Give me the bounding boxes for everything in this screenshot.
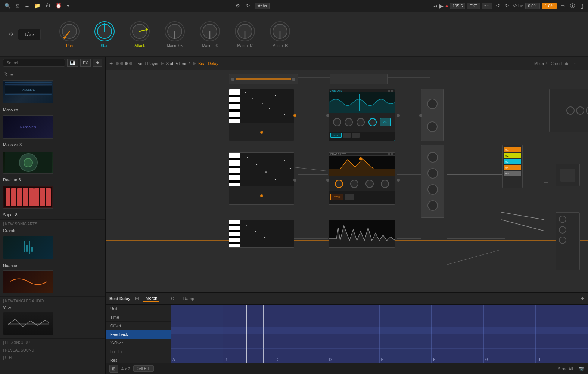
sidebar-item-nuance-thumb[interactable] xyxy=(0,269,105,296)
sidebar-item-massive[interactable]: MASSIVE xyxy=(0,79,105,106)
macro07-label: Macro 07 xyxy=(237,44,253,48)
breadcrumb-item1[interactable]: Event Player xyxy=(135,61,158,66)
mod-param-res[interactable]: Res xyxy=(106,356,171,363)
mod-col-g[interactable]: G xyxy=(484,305,536,363)
mod-col-h[interactable]: H xyxy=(536,305,588,363)
top-bar: 🔍 ⧖ ☁ 📁 ⏱ ⏰ ▾ ⚙ ↻ stabs ⏮ ▶ ● 195.5 EXT … xyxy=(0,0,588,12)
col-label-h: H xyxy=(537,358,540,362)
history-btn[interactable]: ⏱ xyxy=(44,2,52,9)
fx-btn[interactable]: FX xyxy=(80,59,91,67)
piano-node-1[interactable] xyxy=(229,89,294,141)
piano-node-3[interactable] xyxy=(229,220,294,248)
right-large-node-1[interactable] xyxy=(549,89,588,132)
node-expand-btn[interactable]: ⛶ xyxy=(579,61,584,66)
mod-param-unit[interactable]: Unit xyxy=(106,305,171,313)
macro-module-node[interactable]: M1 M2 M3 M4 M5 xyxy=(502,145,523,188)
mod-add-btn[interactable]: + xyxy=(581,295,584,302)
add-node-btn[interactable]: + xyxy=(109,60,113,67)
dropdown-btn[interactable]: ▾ xyxy=(65,2,71,9)
grid-view-btn[interactable]: ⊞ xyxy=(109,365,118,373)
breadcrumb-item3[interactable]: Beat Delay xyxy=(198,61,218,66)
ext-label[interactable]: EXT xyxy=(467,3,480,9)
mod-col-d[interactable]: D xyxy=(327,305,380,363)
conn-dot-3 xyxy=(397,114,400,117)
code-btn[interactable]: {} xyxy=(579,2,585,9)
sidebar-item-vice[interactable]: Vice xyxy=(0,304,105,310)
top-strip-node2 xyxy=(330,74,388,84)
waveform-node-bottom[interactable] xyxy=(329,220,395,248)
node-canvas[interactable]: AUDIO IN xyxy=(106,70,588,292)
mod-param-time[interactable]: Time xyxy=(106,313,171,322)
mod-timeline-grid[interactable]: A B C D xyxy=(171,305,588,363)
conn-dot-1 xyxy=(293,114,296,117)
mod-param-offset[interactable]: Offset xyxy=(106,322,171,330)
right-medium-node-1[interactable] xyxy=(556,164,580,186)
bpm-display[interactable]: 195.5 xyxy=(450,3,466,9)
mod-col-a[interactable]: A xyxy=(171,305,223,363)
mod-grid-btn[interactable]: ⊞ xyxy=(135,296,139,301)
attack-label: Attack xyxy=(134,44,145,48)
mod-param-lohi[interactable]: Lo - Hi xyxy=(106,347,171,356)
macro05-knob[interactable] xyxy=(164,21,186,42)
start-knob-group: Start xyxy=(94,21,115,48)
mixer-node[interactable] xyxy=(421,145,444,218)
skip-back-btn[interactable]: ⏮ xyxy=(433,3,438,9)
macro-settings-btn[interactable]: ⚙ xyxy=(7,31,15,38)
refresh-btn[interactable]: ↻ xyxy=(245,2,252,9)
mod-col-e[interactable]: E xyxy=(380,305,432,363)
redo-btn[interactable]: ↻ xyxy=(504,2,511,9)
sidebar-item-nuance[interactable]: Nuance xyxy=(0,262,105,269)
small-module-1[interactable] xyxy=(421,89,444,141)
macro08-knob[interactable] xyxy=(269,21,291,42)
macro06-knob[interactable] xyxy=(199,21,221,42)
piano-roll-btn[interactable]: 🎹 xyxy=(67,59,78,67)
phat-filter-node[interactable]: PHAT FILTER xyxy=(329,152,395,205)
mod-param-xover[interactable]: X-Over xyxy=(106,339,171,347)
clock-btn[interactable]: ⏰ xyxy=(54,2,63,9)
macro07-knob[interactable] xyxy=(234,21,256,42)
history-filter-btn[interactable]: ⏱ xyxy=(3,72,8,77)
nav-dot-2 xyxy=(120,62,123,65)
macro06-knob-group: Macro 06 xyxy=(199,21,221,48)
mod-tab-morph[interactable]: Morph xyxy=(143,295,159,302)
store-all-btn[interactable]: Store All xyxy=(558,367,573,371)
mod-col-b[interactable]: B xyxy=(223,305,276,363)
sidebar-item-vice-thumb[interactable] xyxy=(0,310,105,338)
node-more-btn[interactable]: ··· xyxy=(572,61,576,66)
cloud-btn[interactable]: ☁ xyxy=(23,2,31,9)
mod-tab-ramp[interactable]: Ramp xyxy=(181,296,196,302)
mod-param-feedback[interactable]: Feedback xyxy=(106,330,171,339)
favorites-btn[interactable]: ★ xyxy=(93,59,102,67)
mod-title: Beat Delay xyxy=(109,296,130,301)
footer-icon-btn[interactable]: 📷 xyxy=(578,366,584,371)
cpu-btn[interactable]: ⧖ xyxy=(14,2,21,10)
search-btn[interactable]: 🔍 xyxy=(3,2,12,9)
play-btn[interactable]: ▶ xyxy=(439,3,444,9)
start-knob[interactable] xyxy=(94,21,115,42)
undo-btn[interactable]: ↺ xyxy=(494,2,501,9)
mod-col-f[interactable]: F xyxy=(432,305,484,363)
view-btn[interactable]: ▭ xyxy=(559,2,566,9)
piano-node-2[interactable] xyxy=(229,152,294,205)
sidebar-item-reaktor[interactable] xyxy=(0,149,105,177)
breadcrumb-item2[interactable]: Stab VTime 4 xyxy=(166,61,191,66)
right-medium-node-2[interactable] xyxy=(556,212,580,270)
folder-btn[interactable]: 📁 xyxy=(33,2,42,9)
filter-btn[interactable]: ≡ xyxy=(10,72,13,77)
sidebar-item-granite[interactable]: Granite xyxy=(0,227,105,234)
sidebar-item-massivex[interactable]: MASSIVE X xyxy=(0,114,105,142)
attack-knob[interactable] xyxy=(129,21,150,42)
loop-btn[interactable]: ⌁⌁ xyxy=(482,3,492,9)
mod-tab-lfo[interactable]: LFO xyxy=(164,296,176,302)
settings-btn[interactable]: ⚙ xyxy=(234,2,242,9)
col-label-e: E xyxy=(381,358,384,362)
record-btn[interactable]: ● xyxy=(445,3,448,9)
sidebar-item-granite-thumb[interactable] xyxy=(0,234,105,262)
mod-col-c[interactable]: C xyxy=(275,305,327,363)
pan-knob[interactable] xyxy=(59,21,80,42)
cell-edit-btn[interactable]: Cell Edit xyxy=(133,365,154,372)
beat-delay-node-cyan[interactable]: AUDIO IN xyxy=(329,89,395,141)
info-btn[interactable]: ⓘ xyxy=(569,2,576,10)
search-input[interactable] xyxy=(3,59,65,67)
sidebar-item-super8[interactable] xyxy=(0,184,105,212)
